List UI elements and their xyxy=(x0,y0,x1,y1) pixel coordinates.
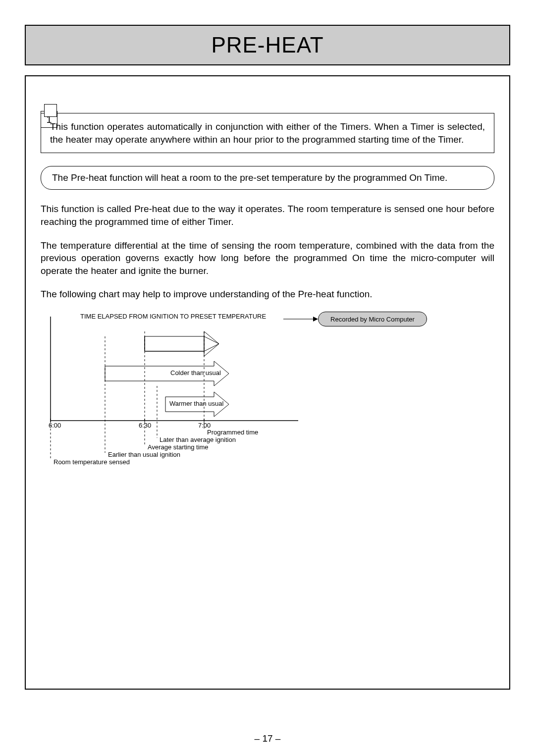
time-700: 7:00 xyxy=(198,422,211,429)
content-box: 1 This function operates automatically i… xyxy=(25,75,510,690)
step-callout-text: This function operates automatically in … xyxy=(50,121,485,145)
page-number: – 17 – xyxy=(0,733,535,744)
rounded-note-text: The Pre-heat function will heat a room t… xyxy=(52,172,447,183)
page-title: PRE-HEAT xyxy=(26,33,509,57)
micro-computer-pill: Recorded by Micro Computer xyxy=(318,312,427,326)
legend-programmed: Programmed time xyxy=(207,429,258,436)
time-600: 6:00 xyxy=(49,422,61,429)
diagram-svg xyxy=(41,312,437,470)
legend-later: Later than average ignition xyxy=(160,436,236,443)
paragraph: The temperature differential at the time… xyxy=(41,239,494,277)
svg-marker-9 xyxy=(145,331,219,356)
svg-marker-3 xyxy=(313,317,318,322)
micro-computer-label: Recorded by Micro Computer xyxy=(330,316,415,323)
title-box: PRE-HEAT xyxy=(25,25,510,65)
callout-pointer xyxy=(44,104,57,117)
step-callout: This function operates automatically in … xyxy=(41,113,494,153)
legend-avg: Average starting time xyxy=(148,443,209,451)
paragraph: The following chart may help to improve … xyxy=(41,288,494,301)
colder-label: Colder than usual xyxy=(170,369,221,377)
warmer-label: Warmer than usual xyxy=(169,400,223,407)
paragraph: This function is called Pre-heat due to … xyxy=(41,203,494,228)
body-text: This function is called Pre-heat due to … xyxy=(41,203,494,301)
time-630: 6:30 xyxy=(139,422,151,429)
diagram-top-label: TIME ELAPSED FROM IGNITION TO PRESET TEM… xyxy=(80,313,266,320)
step-area: 1 This function operates automatically i… xyxy=(41,113,494,153)
legend-earlier: Earlier than usual ignition xyxy=(108,451,180,458)
preheat-diagram: Recorded by Micro Computer xyxy=(41,312,494,470)
legend-sensed: Room temperature sensed xyxy=(54,458,130,466)
rounded-note: The Pre-heat function will heat a room t… xyxy=(41,166,494,190)
